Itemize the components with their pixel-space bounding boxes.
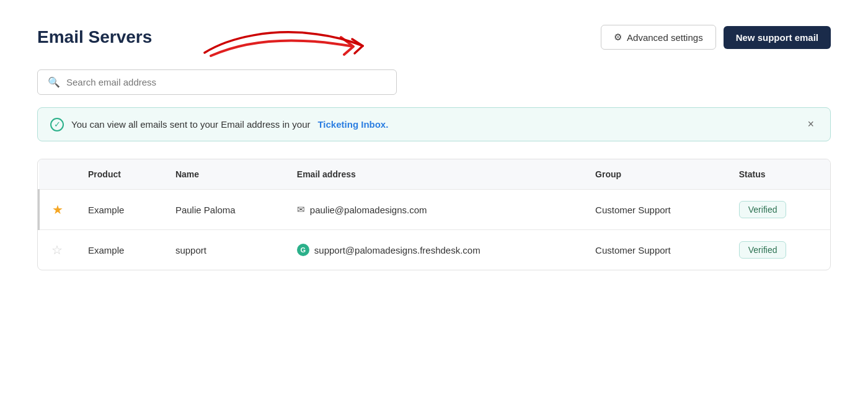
- table-header-row: Product Name Email address Group Status: [39, 159, 831, 190]
- envelope-icon: ✉: [297, 204, 305, 215]
- cell-status: Verified: [727, 230, 830, 270]
- banner-content: ✓ You can view all emails sent to your E…: [50, 118, 388, 131]
- email-address: support@palomadesigns.freshdesk.com: [314, 245, 480, 255]
- search-input[interactable]: [66, 77, 386, 87]
- info-banner: ✓ You can view all emails sent to your E…: [37, 107, 831, 141]
- email-table-container: Product Name Email address Group Status …: [37, 159, 831, 270]
- search-box: 🔍: [37, 69, 397, 95]
- cell-name: Paulie Paloma: [163, 190, 285, 230]
- col-header-group: Group: [583, 159, 727, 190]
- col-header-product: Product: [76, 159, 163, 190]
- advanced-settings-label: Advanced settings: [627, 32, 703, 43]
- col-header-star: [39, 159, 76, 190]
- cell-name: support: [163, 230, 285, 270]
- status-badge: Verified: [739, 241, 787, 259]
- shield-icon: G: [297, 244, 309, 256]
- banner-message: You can view all emails sent to your Ema…: [71, 119, 310, 130]
- search-container: 🔍: [37, 69, 831, 95]
- star-empty-icon[interactable]: ☆: [51, 243, 63, 257]
- header-actions: ⚙ Advanced settings New support email: [601, 25, 831, 50]
- cell-group: Customer Support: [583, 230, 727, 270]
- status-badge: Verified: [739, 201, 787, 218]
- new-support-email-label: New support email: [736, 32, 818, 43]
- cell-product: Example: [76, 190, 163, 230]
- search-icon: 🔍: [48, 76, 60, 88]
- page-title: Email Servers: [37, 27, 152, 47]
- banner-close-button[interactable]: ×: [804, 117, 818, 132]
- col-header-email: Email address: [285, 159, 583, 190]
- cell-email: ✉paulie@palomadesigns.com: [285, 190, 583, 230]
- col-header-name: Name: [163, 159, 285, 190]
- cell-email: Gsupport@palomadesigns.freshdesk.com: [285, 230, 583, 270]
- check-icon: ✓: [50, 118, 64, 131]
- email-address: paulie@palomadesigns.com: [310, 205, 427, 215]
- col-header-status: Status: [727, 159, 830, 190]
- cell-status: Verified: [727, 190, 830, 230]
- cell-product: Example: [76, 230, 163, 270]
- table-row: ☆ExamplesupportGsupport@palomadesigns.fr…: [39, 230, 831, 270]
- table-row: ★ExamplePaulie Paloma✉paulie@palomadesig…: [39, 190, 831, 230]
- ticketing-inbox-link[interactable]: Ticketing Inbox.: [317, 119, 388, 130]
- arrow-annotation: [192, 19, 428, 68]
- cell-group: Customer Support: [583, 190, 727, 230]
- star-filled-icon[interactable]: ★: [52, 203, 63, 216]
- email-table: Product Name Email address Group Status …: [38, 159, 830, 270]
- advanced-settings-button[interactable]: ⚙ Advanced settings: [601, 25, 716, 50]
- new-support-email-button[interactable]: New support email: [724, 26, 831, 49]
- gear-icon: ⚙: [614, 32, 622, 43]
